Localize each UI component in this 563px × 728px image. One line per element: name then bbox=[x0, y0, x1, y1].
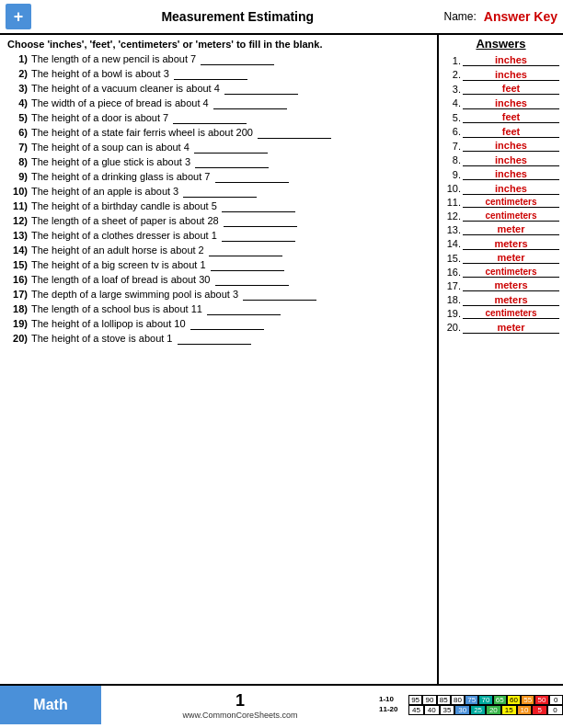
answer-row: 5. feet bbox=[442, 111, 559, 123]
instruction: Choose 'inches', 'feet', 'centimeters' o… bbox=[7, 39, 430, 50]
question-text: The depth of a large swimming pool is ab… bbox=[31, 289, 430, 301]
answer-value: meters bbox=[463, 294, 559, 306]
answer-blank bbox=[222, 230, 295, 242]
question-row: 5) The height of a door is about 7 bbox=[7, 112, 430, 124]
score-cell: 10 bbox=[517, 705, 533, 715]
score-cell: 65 bbox=[493, 695, 507, 705]
score-cell: 90 bbox=[422, 695, 436, 705]
score-label: 1-10 bbox=[379, 695, 408, 705]
footer-center: 1 www.CommonCoreSheets.com bbox=[101, 686, 379, 724]
answer-value: inches bbox=[463, 69, 559, 81]
answer-blank bbox=[222, 200, 295, 212]
answer-row: 18. meters bbox=[442, 294, 559, 306]
answer-blank bbox=[190, 318, 264, 330]
answer-value: centimeters bbox=[463, 210, 559, 222]
question-number: 8) bbox=[7, 156, 28, 167]
question-text: The height of an adult horse is about 2 bbox=[31, 245, 430, 256]
answer-number: 18. bbox=[442, 294, 461, 305]
answer-blank bbox=[215, 274, 289, 286]
answer-row: 16. centimeters bbox=[442, 267, 559, 278]
question-row: 17) The depth of a large swimming pool i… bbox=[7, 289, 430, 301]
question-number: 15) bbox=[7, 259, 28, 270]
question-number: 4) bbox=[7, 97, 28, 108]
answer-blank bbox=[173, 112, 247, 124]
answer-number: 9. bbox=[442, 169, 461, 180]
answer-row: 20. meter bbox=[442, 322, 559, 334]
answer-row: 19. centimeters bbox=[442, 308, 559, 319]
question-row: 12) The length of a sheet of paper is ab… bbox=[7, 215, 430, 227]
answer-blank bbox=[174, 68, 247, 80]
answer-number: 8. bbox=[442, 154, 461, 165]
score-cell: 30 bbox=[454, 705, 470, 715]
score-cell: 80 bbox=[451, 695, 465, 705]
answer-value: feet bbox=[463, 126, 559, 138]
question-number: 18) bbox=[7, 303, 28, 314]
footer-scores: 1-1095908580757065605550011-204540353025… bbox=[379, 686, 563, 724]
footer: Math 1 www.CommonCoreSheets.com 1-109590… bbox=[0, 684, 563, 724]
score-row: 11-20454035302520151050 bbox=[379, 705, 563, 715]
answer-row: 1. inches bbox=[442, 54, 559, 66]
answer-number: 13. bbox=[442, 224, 461, 235]
score-cell: 25 bbox=[470, 705, 486, 715]
answer-value: inches bbox=[463, 154, 559, 166]
answer-blank bbox=[224, 215, 297, 227]
answer-value: centimeters bbox=[463, 308, 559, 319]
question-text: The height of a lollipop is about 10 bbox=[31, 318, 430, 330]
question-row: 19) The height of a lollipop is about 10 bbox=[7, 318, 430, 330]
question-text: The height of a birthday candle is about… bbox=[31, 200, 430, 212]
question-number: 17) bbox=[7, 289, 28, 300]
score-cell: 70 bbox=[478, 695, 492, 705]
score-cell: 85 bbox=[437, 695, 451, 705]
answer-blank bbox=[201, 53, 274, 65]
score-cell: 45 bbox=[408, 705, 424, 715]
answer-blank bbox=[209, 245, 282, 256]
answer-value: centimeters bbox=[463, 197, 559, 208]
answer-value: feet bbox=[463, 111, 559, 123]
question-text: The width of a piece of bread is about 4 bbox=[31, 97, 430, 109]
answers-panel: Answers 1. inches2. inches3. feet4. inch… bbox=[439, 35, 563, 684]
answer-row: 6. feet bbox=[442, 126, 559, 138]
question-row: 13) The height of a clothes dresser is a… bbox=[7, 230, 430, 242]
answer-number: 10. bbox=[442, 183, 461, 194]
question-row: 7) The height of a soup can is about 4 bbox=[7, 142, 430, 154]
question-row: 9) The height of a drinking glass is abo… bbox=[7, 171, 430, 183]
question-number: 13) bbox=[7, 230, 28, 241]
score-cell: 20 bbox=[486, 705, 501, 715]
answer-number: 12. bbox=[442, 210, 461, 222]
question-number: 11) bbox=[7, 200, 28, 211]
score-label: 11-20 bbox=[379, 705, 408, 715]
question-number: 7) bbox=[7, 142, 28, 153]
question-row: 14) The height of an adult horse is abou… bbox=[7, 245, 430, 256]
score-row: 1-10959085807570656055500 bbox=[379, 695, 563, 705]
question-number: 2) bbox=[7, 68, 28, 79]
header-title: Measurement Estimating bbox=[31, 9, 444, 24]
answer-value: feet bbox=[463, 83, 559, 95]
score-cell: 15 bbox=[501, 705, 517, 715]
question-text: The height of a clothes dresser is about… bbox=[31, 230, 430, 242]
question-number: 19) bbox=[7, 318, 28, 329]
answer-value: inches bbox=[463, 183, 559, 195]
answer-value: meters bbox=[463, 238, 559, 250]
answer-row: 15. meter bbox=[442, 252, 559, 264]
question-number: 3) bbox=[7, 83, 28, 94]
answer-blank bbox=[258, 127, 331, 139]
answer-value: inches bbox=[463, 140, 559, 152]
question-row: 18) The length of a school bus is about … bbox=[7, 303, 430, 315]
answer-number: 15. bbox=[442, 253, 461, 264]
answer-number: 3. bbox=[442, 84, 461, 95]
answer-row: 13. meter bbox=[442, 223, 559, 235]
question-number: 10) bbox=[7, 186, 28, 197]
score-cell: 50 bbox=[534, 695, 548, 705]
answer-blank bbox=[213, 97, 287, 109]
score-cell: 0 bbox=[547, 705, 563, 715]
answers-title: Answers bbox=[442, 37, 559, 51]
answer-blank bbox=[195, 156, 269, 168]
answer-row: 3. feet bbox=[442, 83, 559, 95]
answer-value: meter bbox=[463, 223, 559, 235]
score-cell: 40 bbox=[424, 705, 440, 715]
answer-value: meter bbox=[463, 252, 559, 264]
logo: + bbox=[6, 4, 31, 29]
question-text: The height of a stove is about 1 bbox=[31, 333, 430, 345]
answer-blank bbox=[211, 259, 284, 271]
score-cell: 55 bbox=[521, 695, 534, 705]
